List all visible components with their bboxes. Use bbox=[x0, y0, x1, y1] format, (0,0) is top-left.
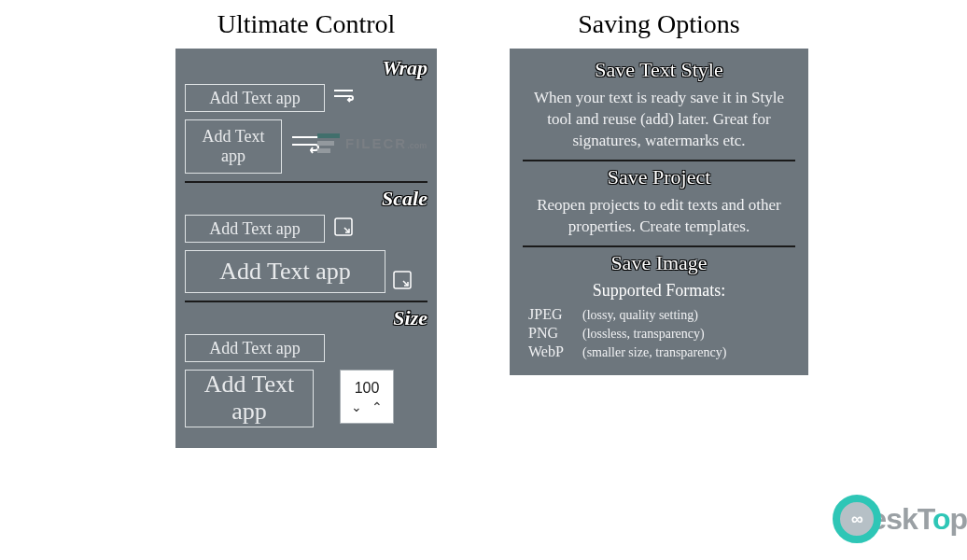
format-row-png: PNG (lossless, transparency) bbox=[523, 325, 795, 342]
format-note: (lossy, quality setting) bbox=[582, 308, 698, 323]
divider-1 bbox=[185, 181, 427, 183]
ultimate-control-panel: Wrap Add Text app Add Text app Scale Add… bbox=[175, 49, 437, 448]
scale-row-2: Add Text app bbox=[185, 250, 427, 293]
format-row-webp: WebP (smaller size, transparency) bbox=[523, 343, 795, 360]
wrap-sample-wrapped[interactable]: Add Text app bbox=[185, 119, 282, 174]
save-project-header: Save Project bbox=[523, 165, 795, 189]
size-spinner-value: 100 bbox=[355, 380, 380, 397]
format-note: (lossless, transparency) bbox=[582, 327, 705, 342]
wrap-sample-small[interactable]: Add Text app bbox=[185, 84, 325, 112]
save-text-style-header: Save Text Style bbox=[523, 58, 795, 82]
divider-2 bbox=[185, 301, 427, 302]
format-row-jpeg: JPEG (lossy, quality setting) bbox=[523, 306, 795, 323]
desktop-ring-icon: ∞ bbox=[833, 495, 881, 543]
wrap-icon-large[interactable] bbox=[289, 132, 321, 161]
scale-label: Scale bbox=[185, 187, 427, 211]
wrap-icon[interactable] bbox=[332, 87, 355, 109]
format-name: PNG bbox=[528, 325, 573, 342]
scale-sample-large[interactable]: Add Text app bbox=[185, 250, 385, 293]
scale-row-1: Add Text app bbox=[185, 215, 427, 243]
desktop-text: eskTop bbox=[870, 502, 967, 537]
supported-formats-label: Supported Formats: bbox=[523, 281, 795, 301]
size-sample-small[interactable]: Add Text app bbox=[185, 334, 325, 362]
saving-options-column: Saving Options Save Text Style When your… bbox=[510, 9, 808, 448]
scale-icon-large[interactable] bbox=[391, 269, 413, 295]
saving-options-panel: Save Text Style When your text is ready … bbox=[510, 49, 808, 375]
ultimate-control-title: Ultimate Control bbox=[217, 9, 396, 39]
wrap-label: Wrap bbox=[185, 56, 427, 80]
format-name: WebP bbox=[528, 343, 573, 360]
divider-r1 bbox=[523, 160, 795, 161]
save-project-desc: Reopen projects to edit texts and other … bbox=[523, 195, 795, 238]
scale-sample-small[interactable]: Add Text app bbox=[185, 215, 325, 243]
spinner-down-icon[interactable]: ⌄ bbox=[351, 400, 362, 413]
divider-r2 bbox=[523, 245, 795, 247]
save-text-style-desc: When your text is ready save it in Style… bbox=[523, 88, 795, 152]
size-sample-large[interactable]: Add Text app bbox=[185, 370, 314, 427]
wrap-row-1: Add Text app bbox=[185, 84, 427, 112]
size-row-1: Add Text app bbox=[185, 334, 427, 362]
format-name: JPEG bbox=[528, 306, 573, 323]
size-label: Size bbox=[185, 306, 427, 330]
size-row-2: Add Text app 100 ⌄ ⌃ bbox=[185, 370, 427, 427]
spinner-up-icon[interactable]: ⌃ bbox=[371, 400, 383, 413]
size-spinner[interactable]: 100 ⌄ ⌃ bbox=[340, 370, 394, 424]
saving-options-title: Saving Options bbox=[578, 9, 739, 39]
format-note: (smaller size, transparency) bbox=[582, 345, 726, 360]
scale-icon-small[interactable] bbox=[332, 216, 355, 242]
ultimate-control-column: Ultimate Control Wrap Add Text app Add T… bbox=[159, 9, 454, 448]
wrap-row-2: Add Text app bbox=[185, 119, 427, 174]
desktop-watermark: ∞ eskTop bbox=[833, 495, 967, 543]
save-image-header: Save Image bbox=[523, 251, 795, 275]
